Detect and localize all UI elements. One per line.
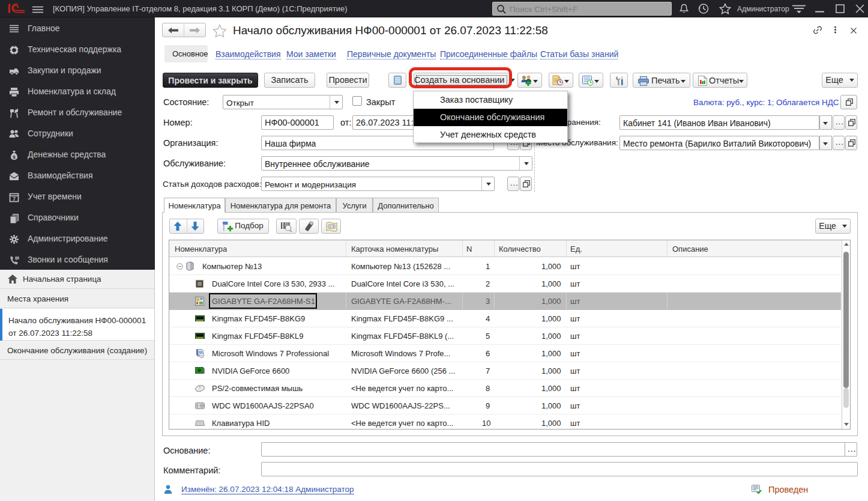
svg-text:0-9: 0-9 bbox=[330, 225, 334, 228]
svg-text:7: 7 bbox=[13, 196, 16, 202]
svg-text:$: $ bbox=[13, 154, 16, 160]
